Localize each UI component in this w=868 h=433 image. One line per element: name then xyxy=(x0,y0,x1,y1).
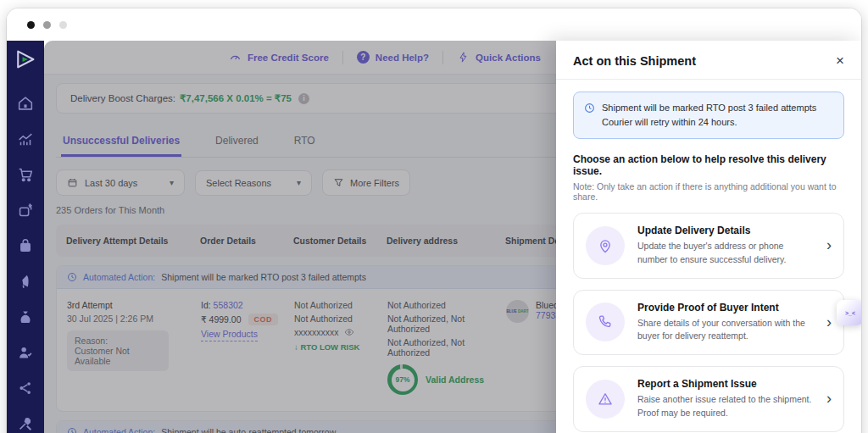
action-note: Note: Only take an action if there is an… xyxy=(573,181,844,202)
panel-header: Act on this Shipment × xyxy=(556,41,861,80)
sidebar xyxy=(7,41,44,433)
analytics-icon[interactable] xyxy=(16,130,35,148)
action-desc: Share details of your conversation with … xyxy=(637,317,814,344)
action-desc: Update the buyer's address or phone numb… xyxy=(637,240,814,267)
window-chrome xyxy=(7,8,861,41)
buyers-icon[interactable] xyxy=(16,343,35,362)
choose-action-heading: Choose an action below to help resolve t… xyxy=(573,153,844,177)
marketing-icon[interactable] xyxy=(16,272,35,291)
feedback-widget-button[interactable]: >_< xyxy=(837,300,861,325)
integrations-icon[interactable] xyxy=(16,379,35,397)
panel-title: Act on this Shipment xyxy=(573,54,696,68)
browser-window: Free Credit Score ? Need Help? Quick Act… xyxy=(7,8,861,433)
warning-triangle-icon xyxy=(586,380,625,419)
chevron-right-icon: › xyxy=(826,390,832,408)
action-title: Provide Proof of Buyer Intent xyxy=(637,302,814,314)
update-delivery-details-card[interactable]: Update Delivery Details Update the buyer… xyxy=(573,213,844,279)
action-desc: Raise another issue related to the shipm… xyxy=(637,393,814,420)
returns-icon[interactable] xyxy=(16,201,35,219)
close-icon[interactable]: × xyxy=(836,53,844,68)
rto-alert-box: Shipment will be marked RTO post 3 faile… xyxy=(573,92,844,139)
window-dot-2 xyxy=(43,21,51,29)
clock-icon xyxy=(584,103,595,114)
act-on-shipment-panel: Act on this Shipment × Shipment will be … xyxy=(556,41,861,433)
payments-icon[interactable] xyxy=(16,308,35,326)
home-icon[interactable] xyxy=(16,94,35,113)
report-shipment-issue-card[interactable]: Report a Shipment Issue Raise another is… xyxy=(573,366,844,432)
app-logo-icon xyxy=(13,47,38,72)
location-pin-icon xyxy=(586,226,625,265)
window-dot-1 xyxy=(27,21,35,29)
window-dot-3 xyxy=(59,21,67,29)
alert-line-1: Shipment will be marked RTO post 3 faile… xyxy=(602,101,816,115)
bag-icon[interactable] xyxy=(16,236,35,255)
chevron-right-icon: › xyxy=(826,314,832,331)
chevron-right-icon: › xyxy=(826,236,832,254)
action-title: Update Delivery Details xyxy=(637,225,814,236)
phone-icon xyxy=(586,303,625,341)
provide-proof-card[interactable]: Provide Proof of Buyer Intent Share deta… xyxy=(573,290,844,356)
tools-icon[interactable] xyxy=(16,414,35,433)
action-title: Report a Shipment Issue xyxy=(637,378,814,390)
alert-line-2: Courier will retry within 24 hours. xyxy=(602,115,816,130)
orders-cart-icon[interactable] xyxy=(16,165,35,184)
